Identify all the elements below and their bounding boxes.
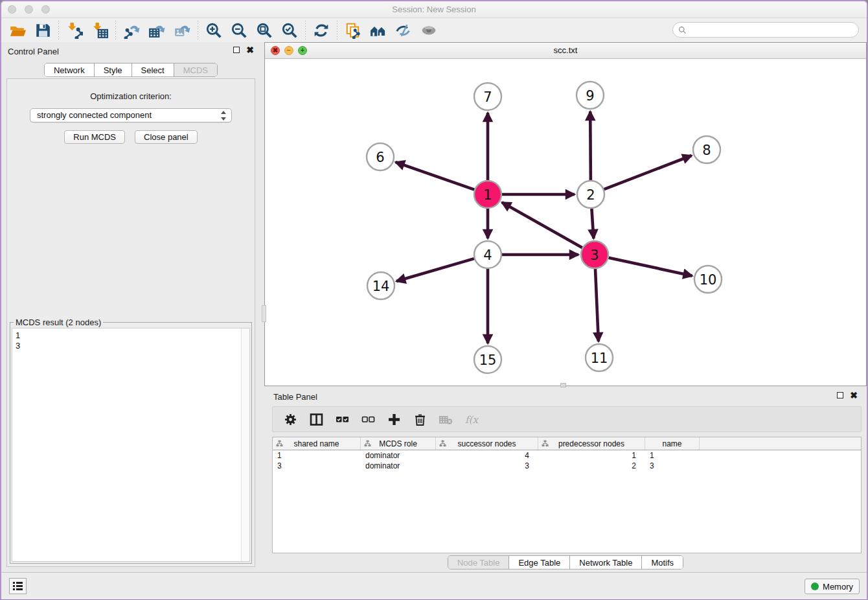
table-cell[interactable]: 3 [273, 461, 361, 471]
table-cell[interactable]: 2 [538, 461, 645, 471]
close-panel-button[interactable]: Close panel [135, 130, 198, 144]
zoom-fit-icon[interactable] [255, 21, 274, 40]
node-table[interactable]: shared nameMCDS rolesuccessor nodesprede… [272, 437, 862, 553]
table-close-panel-icon[interactable]: ✖ [850, 392, 858, 398]
table-float-panel-icon[interactable] [837, 392, 843, 398]
add-column-icon[interactable] [387, 412, 401, 426]
zoom-selected-icon[interactable] [280, 21, 299, 40]
graph-edge-1-6[interactable] [396, 162, 475, 190]
zoom-out-icon[interactable] [229, 21, 249, 40]
column-header-name[interactable]: name [645, 437, 700, 450]
window-title: Session: New Session [1, 5, 867, 14]
search-field[interactable] [672, 22, 859, 38]
hide-selected-icon[interactable] [394, 21, 413, 40]
export-network-icon[interactable] [122, 21, 141, 40]
table-cell[interactable]: 1 [645, 450, 700, 461]
vertical-splitter-handle[interactable] [262, 305, 266, 322]
tab-network[interactable]: Network [45, 63, 95, 76]
tab-network-table[interactable]: Network Table [570, 556, 642, 569]
mcds-panel: Optimization criterion: strongly connect… [6, 78, 255, 567]
svg-text:7: 7 [483, 89, 492, 105]
svg-text:f(x): f(x) [465, 414, 479, 426]
tab-node-table[interactable]: Node Table [448, 556, 510, 569]
refresh-network-icon[interactable] [312, 21, 331, 40]
split-columns-icon[interactable] [309, 412, 323, 426]
column-header-successor-nodes[interactable]: successor nodes [436, 437, 538, 450]
import-table-icon[interactable] [90, 21, 109, 40]
search-icon [678, 26, 687, 34]
tab-style[interactable]: Style [95, 63, 132, 76]
graph-node-3[interactable]: 3 [581, 241, 608, 268]
graph-edge-2-9[interactable] [590, 111, 591, 180]
column-header-MCDS-role[interactable]: MCDS role [361, 437, 436, 450]
graph-node-8[interactable]: 8 [693, 136, 720, 163]
graph-edge-3-1[interactable] [502, 202, 582, 248]
svg-text:10: 10 [700, 272, 717, 288]
result-line: 3 [16, 341, 246, 351]
settings-gear-icon[interactable] [283, 412, 297, 426]
delete-column-icon[interactable] [413, 412, 427, 426]
table-cell[interactable]: 1 [273, 450, 361, 461]
first-neighbors-icon[interactable] [369, 21, 388, 40]
optimization-criterion-select[interactable]: strongly connected component [30, 108, 232, 122]
svg-text:1: 1 [483, 187, 492, 203]
graph-node-15[interactable]: 15 [474, 346, 501, 373]
tab-motifs[interactable]: Motifs [642, 556, 683, 569]
show-all-icon[interactable] [419, 21, 439, 40]
table-cell[interactable]: 1 [538, 450, 645, 461]
graph-node-10[interactable]: 10 [694, 266, 722, 293]
graph-node-6[interactable]: 6 [367, 143, 394, 170]
graph-edge-2-3[interactable] [591, 209, 593, 238]
graph-edge-3-11[interactable] [595, 269, 599, 341]
table-tabbar: Node TableEdge TableNetwork TableMotifs [448, 555, 683, 570]
table-row[interactable]: 3dominator323 [273, 461, 861, 471]
graph-node-7[interactable]: 7 [474, 83, 501, 110]
table-cell[interactable]: dominator [361, 461, 436, 471]
horizontal-splitter-handle[interactable] [560, 383, 566, 387]
tab-mcds[interactable]: MCDS [174, 63, 217, 76]
function-builder-icon[interactable]: f(x) [464, 412, 479, 426]
table-cell[interactable]: dominator [361, 450, 436, 461]
graph-node-14[interactable]: 14 [367, 272, 394, 299]
table-cell[interactable]: 4 [436, 450, 538, 461]
network-view-window: ✖ − + scc.txt 7 9 6 8 1 2 4 3 14 10 15 1… [264, 42, 867, 386]
clone-network-icon[interactable] [343, 21, 363, 40]
column-header-shared-name[interactable]: shared name [273, 437, 361, 450]
network-canvas[interactable]: 7 9 6 8 1 2 4 3 14 10 15 11 [265, 59, 866, 386]
save-session-icon[interactable] [33, 21, 52, 40]
graph-node-1[interactable]: 1 [474, 181, 501, 208]
float-panel-icon[interactable] [233, 47, 240, 53]
table-toolbar: f(x) [272, 406, 862, 432]
export-table-icon[interactable] [147, 21, 166, 40]
close-panel-icon[interactable]: ✖ [246, 47, 254, 53]
tab-select[interactable]: Select [132, 63, 174, 76]
zoom-in-icon[interactable] [204, 21, 223, 40]
result-scrollbar[interactable] [241, 329, 249, 561]
search-input[interactable] [690, 24, 858, 36]
graph-edge-3-10[interactable] [609, 258, 692, 276]
graph-node-4[interactable]: 4 [474, 241, 501, 268]
graph-node-11[interactable]: 11 [586, 344, 613, 371]
delete-table-icon[interactable] [439, 412, 453, 426]
result-line: 1 [16, 330, 246, 341]
memory-button[interactable]: Memory [805, 579, 860, 594]
mcds-result-text[interactable]: 13 [12, 328, 250, 562]
table-row[interactable]: 1dominator411 [273, 450, 861, 461]
export-image-icon[interactable] [172, 21, 192, 40]
graph-node-9[interactable]: 9 [577, 82, 604, 109]
graph-edge-2-8[interactable] [604, 156, 692, 189]
select-all-checkboxes-icon[interactable] [335, 412, 349, 426]
table-header-row: shared nameMCDS rolesuccessor nodesprede… [273, 437, 861, 450]
graph-edge-4-14[interactable] [396, 259, 474, 281]
table-cell[interactable]: 3 [645, 461, 700, 471]
task-history-button[interactable] [9, 578, 27, 594]
open-session-icon[interactable] [8, 21, 27, 40]
tab-edge-table[interactable]: Edge Table [509, 556, 570, 569]
run-mcds-button[interactable]: Run MCDS [64, 130, 125, 144]
graph-node-2[interactable]: 2 [577, 181, 604, 208]
deselect-all-checkboxes-icon[interactable] [361, 412, 375, 426]
control-panel-title: Control Panel [8, 47, 59, 56]
table-cell[interactable]: 3 [436, 461, 538, 471]
import-network-icon[interactable] [65, 21, 84, 40]
column-header-predecessor-nodes[interactable]: predecessor nodes [538, 437, 645, 450]
